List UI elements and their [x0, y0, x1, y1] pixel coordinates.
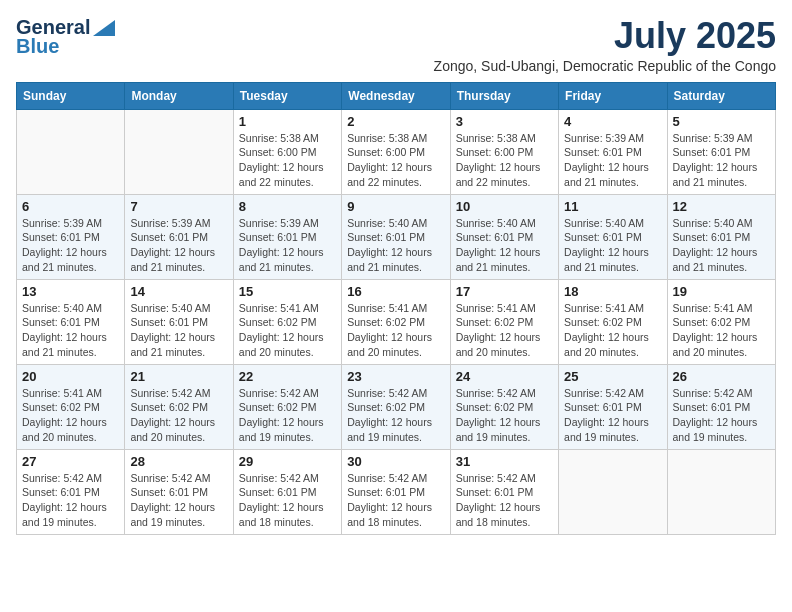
day-number: 28	[130, 454, 227, 469]
day-info: Sunrise: 5:42 AM Sunset: 6:01 PM Dayligh…	[564, 386, 661, 445]
weekday-header-friday: Friday	[559, 82, 667, 109]
day-number: 30	[347, 454, 444, 469]
day-number: 12	[673, 199, 770, 214]
calendar-day-cell: 19Sunrise: 5:41 AM Sunset: 6:02 PM Dayli…	[667, 279, 775, 364]
day-info: Sunrise: 5:39 AM Sunset: 6:01 PM Dayligh…	[130, 216, 227, 275]
day-number: 8	[239, 199, 336, 214]
day-info: Sunrise: 5:41 AM Sunset: 6:02 PM Dayligh…	[456, 301, 553, 360]
calendar-day-cell: 31Sunrise: 5:42 AM Sunset: 6:01 PM Dayli…	[450, 449, 558, 534]
page-header: General Blue July 2025 Zongo, Sud-Ubangi…	[16, 16, 776, 74]
logo: General Blue	[16, 16, 115, 58]
day-number: 14	[130, 284, 227, 299]
calendar-week-row: 20Sunrise: 5:41 AM Sunset: 6:02 PM Dayli…	[17, 364, 776, 449]
logo-icon	[93, 20, 115, 36]
day-number: 20	[22, 369, 119, 384]
day-info: Sunrise: 5:42 AM Sunset: 6:02 PM Dayligh…	[347, 386, 444, 445]
day-info: Sunrise: 5:42 AM Sunset: 6:01 PM Dayligh…	[22, 471, 119, 530]
calendar-day-cell: 8Sunrise: 5:39 AM Sunset: 6:01 PM Daylig…	[233, 194, 341, 279]
day-info: Sunrise: 5:38 AM Sunset: 6:00 PM Dayligh…	[347, 131, 444, 190]
calendar-day-cell: 10Sunrise: 5:40 AM Sunset: 6:01 PM Dayli…	[450, 194, 558, 279]
day-number: 9	[347, 199, 444, 214]
day-number: 15	[239, 284, 336, 299]
day-number: 26	[673, 369, 770, 384]
day-number: 10	[456, 199, 553, 214]
day-number: 22	[239, 369, 336, 384]
day-number: 29	[239, 454, 336, 469]
day-number: 18	[564, 284, 661, 299]
day-info: Sunrise: 5:38 AM Sunset: 6:00 PM Dayligh…	[456, 131, 553, 190]
day-number: 31	[456, 454, 553, 469]
day-info: Sunrise: 5:41 AM Sunset: 6:02 PM Dayligh…	[673, 301, 770, 360]
day-number: 2	[347, 114, 444, 129]
day-number: 11	[564, 199, 661, 214]
calendar-day-cell: 6Sunrise: 5:39 AM Sunset: 6:01 PM Daylig…	[17, 194, 125, 279]
logo-blue: Blue	[16, 35, 59, 58]
calendar-day-cell: 12Sunrise: 5:40 AM Sunset: 6:01 PM Dayli…	[667, 194, 775, 279]
calendar-day-cell: 29Sunrise: 5:42 AM Sunset: 6:01 PM Dayli…	[233, 449, 341, 534]
calendar-day-cell	[667, 449, 775, 534]
weekday-header-monday: Monday	[125, 82, 233, 109]
day-number: 13	[22, 284, 119, 299]
calendar-day-cell: 23Sunrise: 5:42 AM Sunset: 6:02 PM Dayli…	[342, 364, 450, 449]
calendar-day-cell: 24Sunrise: 5:42 AM Sunset: 6:02 PM Dayli…	[450, 364, 558, 449]
day-info: Sunrise: 5:42 AM Sunset: 6:01 PM Dayligh…	[239, 471, 336, 530]
calendar-week-row: 6Sunrise: 5:39 AM Sunset: 6:01 PM Daylig…	[17, 194, 776, 279]
calendar-day-cell	[559, 449, 667, 534]
weekday-header-sunday: Sunday	[17, 82, 125, 109]
day-number: 3	[456, 114, 553, 129]
calendar-day-cell	[125, 109, 233, 194]
calendar-day-cell: 1Sunrise: 5:38 AM Sunset: 6:00 PM Daylig…	[233, 109, 341, 194]
day-info: Sunrise: 5:39 AM Sunset: 6:01 PM Dayligh…	[564, 131, 661, 190]
day-info: Sunrise: 5:39 AM Sunset: 6:01 PM Dayligh…	[673, 131, 770, 190]
day-info: Sunrise: 5:42 AM Sunset: 6:02 PM Dayligh…	[239, 386, 336, 445]
day-number: 1	[239, 114, 336, 129]
calendar-day-cell: 7Sunrise: 5:39 AM Sunset: 6:01 PM Daylig…	[125, 194, 233, 279]
calendar-day-cell: 28Sunrise: 5:42 AM Sunset: 6:01 PM Dayli…	[125, 449, 233, 534]
day-number: 4	[564, 114, 661, 129]
day-number: 16	[347, 284, 444, 299]
calendar-day-cell: 25Sunrise: 5:42 AM Sunset: 6:01 PM Dayli…	[559, 364, 667, 449]
calendar-day-cell: 26Sunrise: 5:42 AM Sunset: 6:01 PM Dayli…	[667, 364, 775, 449]
day-info: Sunrise: 5:40 AM Sunset: 6:01 PM Dayligh…	[130, 301, 227, 360]
day-number: 27	[22, 454, 119, 469]
day-info: Sunrise: 5:39 AM Sunset: 6:01 PM Dayligh…	[239, 216, 336, 275]
title-block: July 2025 Zongo, Sud-Ubangi, Democratic …	[434, 16, 776, 74]
calendar-day-cell	[17, 109, 125, 194]
weekday-header-saturday: Saturday	[667, 82, 775, 109]
svg-marker-0	[93, 20, 115, 36]
calendar-day-cell: 4Sunrise: 5:39 AM Sunset: 6:01 PM Daylig…	[559, 109, 667, 194]
day-info: Sunrise: 5:41 AM Sunset: 6:02 PM Dayligh…	[239, 301, 336, 360]
day-info: Sunrise: 5:40 AM Sunset: 6:01 PM Dayligh…	[673, 216, 770, 275]
day-info: Sunrise: 5:41 AM Sunset: 6:02 PM Dayligh…	[564, 301, 661, 360]
calendar-week-row: 13Sunrise: 5:40 AM Sunset: 6:01 PM Dayli…	[17, 279, 776, 364]
calendar-day-cell: 22Sunrise: 5:42 AM Sunset: 6:02 PM Dayli…	[233, 364, 341, 449]
weekday-header-wednesday: Wednesday	[342, 82, 450, 109]
day-info: Sunrise: 5:42 AM Sunset: 6:01 PM Dayligh…	[347, 471, 444, 530]
calendar-day-cell: 13Sunrise: 5:40 AM Sunset: 6:01 PM Dayli…	[17, 279, 125, 364]
calendar-day-cell: 30Sunrise: 5:42 AM Sunset: 6:01 PM Dayli…	[342, 449, 450, 534]
day-number: 17	[456, 284, 553, 299]
day-info: Sunrise: 5:42 AM Sunset: 6:01 PM Dayligh…	[673, 386, 770, 445]
calendar-day-cell: 5Sunrise: 5:39 AM Sunset: 6:01 PM Daylig…	[667, 109, 775, 194]
calendar-header-row: SundayMondayTuesdayWednesdayThursdayFrid…	[17, 82, 776, 109]
day-info: Sunrise: 5:42 AM Sunset: 6:01 PM Dayligh…	[130, 471, 227, 530]
day-info: Sunrise: 5:41 AM Sunset: 6:02 PM Dayligh…	[347, 301, 444, 360]
weekday-header-tuesday: Tuesday	[233, 82, 341, 109]
day-number: 19	[673, 284, 770, 299]
calendar-day-cell: 17Sunrise: 5:41 AM Sunset: 6:02 PM Dayli…	[450, 279, 558, 364]
day-number: 6	[22, 199, 119, 214]
weekday-header-thursday: Thursday	[450, 82, 558, 109]
calendar-day-cell: 3Sunrise: 5:38 AM Sunset: 6:00 PM Daylig…	[450, 109, 558, 194]
day-number: 23	[347, 369, 444, 384]
calendar-day-cell: 27Sunrise: 5:42 AM Sunset: 6:01 PM Dayli…	[17, 449, 125, 534]
calendar-day-cell: 11Sunrise: 5:40 AM Sunset: 6:01 PM Dayli…	[559, 194, 667, 279]
calendar-day-cell: 2Sunrise: 5:38 AM Sunset: 6:00 PM Daylig…	[342, 109, 450, 194]
day-info: Sunrise: 5:40 AM Sunset: 6:01 PM Dayligh…	[564, 216, 661, 275]
calendar-week-row: 27Sunrise: 5:42 AM Sunset: 6:01 PM Dayli…	[17, 449, 776, 534]
calendar-day-cell: 14Sunrise: 5:40 AM Sunset: 6:01 PM Dayli…	[125, 279, 233, 364]
day-info: Sunrise: 5:42 AM Sunset: 6:01 PM Dayligh…	[456, 471, 553, 530]
month-year-title: July 2025	[434, 16, 776, 56]
day-info: Sunrise: 5:38 AM Sunset: 6:00 PM Dayligh…	[239, 131, 336, 190]
day-number: 24	[456, 369, 553, 384]
day-info: Sunrise: 5:41 AM Sunset: 6:02 PM Dayligh…	[22, 386, 119, 445]
